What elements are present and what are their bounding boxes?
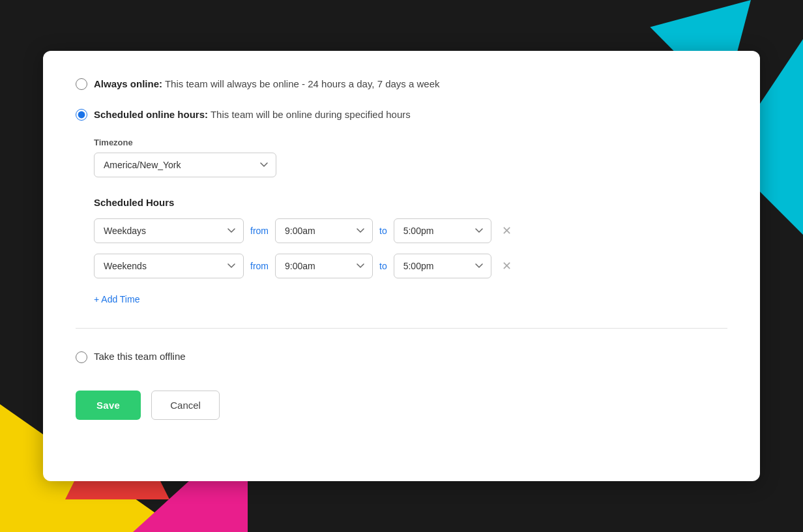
from-time-select-2[interactable]: 9:00am 10:00am 11:00am 12:00pm (275, 254, 373, 278)
remove-row-1-button[interactable]: ✕ (498, 222, 516, 240)
always-online-option: Always online: This team will always be … (76, 77, 727, 92)
from-time-select-1[interactable]: 9:00am 10:00am 11:00am 12:00pm 1:00pm (275, 218, 373, 243)
scheduled-option: Scheduled online hours: This team will b… (76, 108, 727, 123)
remove-row-2-button[interactable]: ✕ (498, 257, 516, 275)
take-offline-option: Take this team offline (76, 349, 727, 364)
main-card: Always online: This team will always be … (43, 51, 760, 481)
cancel-button[interactable]: Cancel (151, 391, 220, 420)
from-label-2: from (250, 261, 269, 271)
always-online-label-normal: This team will always be online - 24 hou… (165, 78, 440, 89)
save-button[interactable]: Save (76, 391, 141, 420)
scheduled-label: Scheduled online hours: This team will b… (94, 108, 411, 123)
from-label-1: from (250, 226, 269, 236)
scheduled-hours-title: Scheduled Hours (94, 197, 727, 208)
always-online-radio[interactable] (76, 78, 87, 90)
scheduled-label-bold: Scheduled online hours: (94, 109, 208, 120)
always-online-label-bold: Always online: (94, 78, 162, 89)
to-time-select-2[interactable]: 5:00pm 6:00pm 12:00pm 1:00pm (394, 254, 491, 278)
take-offline-radio[interactable] (76, 351, 87, 363)
scheduled-hours-section: Scheduled Hours Weekdays Weekends Monday… (94, 197, 727, 307)
time-row-weekends: Weekdays Weekends Monday Tuesday Wednesd… (94, 254, 727, 278)
time-row-weekdays: Weekdays Weekends Monday Tuesday Wednesd… (94, 218, 727, 243)
scheduled-label-normal: This team will be online during specifie… (211, 109, 411, 120)
timezone-wrapper: America/New_York America/Chicago America… (94, 153, 727, 177)
scheduled-radio[interactable] (76, 109, 87, 121)
timezone-select[interactable]: America/New_York America/Chicago America… (94, 153, 276, 177)
section-divider (76, 328, 727, 329)
to-label-2: to (379, 261, 387, 271)
to-time-select-1[interactable]: 5:00pm 6:00pm 7:00pm 8:00pm 12:00pm (394, 218, 491, 243)
add-time-button[interactable]: + Add Time (94, 291, 139, 307)
action-buttons: Save Cancel (76, 391, 727, 420)
take-offline-label: Take this team offline (94, 349, 186, 364)
timezone-label: Timezone (94, 138, 727, 147)
day-select-weekdays[interactable]: Weekdays Weekends Monday Tuesday Wednesd… (94, 218, 244, 243)
always-online-label: Always online: This team will always be … (94, 77, 440, 92)
day-select-weekends[interactable]: Weekdays Weekends Monday Tuesday Wednesd… (94, 254, 244, 278)
to-label-1: to (379, 226, 387, 236)
